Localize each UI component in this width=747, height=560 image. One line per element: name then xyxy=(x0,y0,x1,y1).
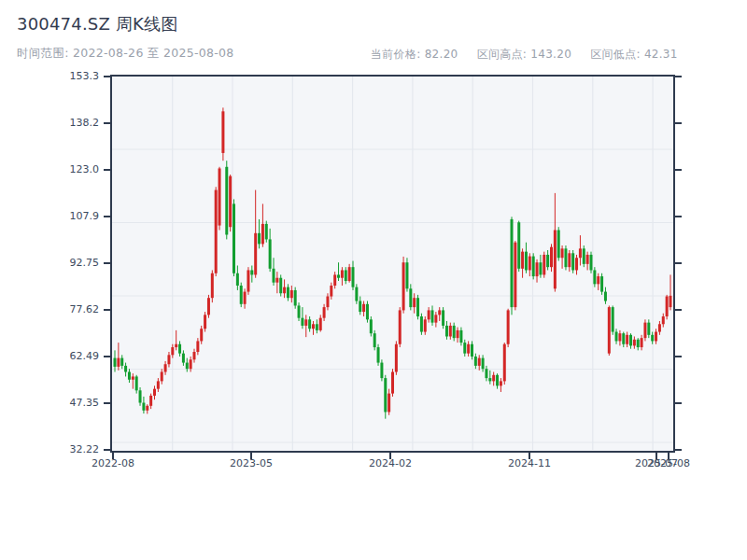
y-axis-tick-right xyxy=(675,449,682,451)
candle-body xyxy=(167,355,170,364)
candlestick-canvas xyxy=(112,77,673,450)
y-axis-label: 47.35 xyxy=(37,397,99,409)
candle-body xyxy=(626,335,628,344)
candle-body xyxy=(182,354,185,363)
y-axis-tick xyxy=(104,76,110,77)
candle-body xyxy=(384,378,387,412)
candle-body xyxy=(488,378,491,381)
candle-body xyxy=(575,258,578,270)
current-price-stat: 当前价格: 82.20 xyxy=(371,48,458,61)
candle-body xyxy=(641,338,643,347)
candle-body xyxy=(420,316,423,332)
candle-body xyxy=(600,276,603,292)
candle-body xyxy=(377,347,380,363)
candle-body xyxy=(409,288,412,307)
candle-body xyxy=(622,333,625,344)
candle-body xyxy=(597,276,599,284)
candle-body xyxy=(579,248,582,258)
candle-body xyxy=(359,301,361,313)
candle-body xyxy=(457,330,459,338)
candle-body xyxy=(279,278,282,294)
candle-body xyxy=(561,248,564,258)
candle-body xyxy=(164,364,167,371)
candle-body xyxy=(352,267,355,287)
candle-body xyxy=(190,359,192,369)
candle-body xyxy=(474,357,477,366)
candle-body xyxy=(146,406,148,411)
candle-body xyxy=(215,190,218,273)
y-axis-label: 32.22 xyxy=(37,443,99,455)
candle-body xyxy=(511,219,514,307)
candle-body xyxy=(221,111,224,153)
candle-body xyxy=(571,253,574,270)
candle-body xyxy=(135,376,138,390)
candle-body xyxy=(366,304,369,320)
candle-body xyxy=(647,323,650,335)
y-axis-tick-right xyxy=(675,262,682,264)
candle-body xyxy=(669,296,672,307)
candle-body xyxy=(633,340,636,346)
candle-body xyxy=(316,324,318,330)
y-axis-tick-right xyxy=(675,216,682,217)
candle-body xyxy=(434,315,437,322)
y-axis-label: 77.62 xyxy=(37,303,99,315)
candle-body xyxy=(186,363,189,370)
candle-body xyxy=(402,262,405,310)
y-axis-label: 123.0 xyxy=(37,163,99,175)
candle-body xyxy=(240,286,243,304)
y-axis-tick-right xyxy=(675,402,682,404)
candle-body xyxy=(503,344,506,382)
candle-body xyxy=(374,333,376,347)
candle-body xyxy=(200,329,203,341)
candle-body xyxy=(196,341,199,352)
kline-chart-page: 300474.SZ 周K线图 时间范围: 2022-08-26 至 2025-0… xyxy=(0,0,747,560)
candle-body xyxy=(536,262,539,276)
page-title: 300474.SZ 周K线图 xyxy=(17,13,178,35)
candle-body xyxy=(290,290,293,298)
candle-body xyxy=(554,231,557,289)
candle-body xyxy=(482,358,485,370)
candle-body xyxy=(250,270,253,274)
candle-body xyxy=(388,394,390,413)
candle-body xyxy=(298,305,301,317)
candle-body xyxy=(362,304,365,312)
candle-body xyxy=(532,257,535,276)
candle-body xyxy=(618,333,621,341)
candle-body xyxy=(428,310,430,319)
candle-body xyxy=(507,310,510,343)
y-axis-tick xyxy=(104,309,110,311)
y-axis-tick xyxy=(104,449,110,451)
x-axis-label: 2022-08 xyxy=(82,457,144,469)
candle-body xyxy=(142,403,145,411)
candle-body xyxy=(132,376,134,379)
candle-body xyxy=(261,224,264,244)
candle-body xyxy=(586,255,589,264)
candle-body xyxy=(301,318,303,326)
candle-body xyxy=(345,270,347,281)
candle-body xyxy=(337,274,340,277)
candle-body xyxy=(655,332,657,342)
candle-body xyxy=(312,324,315,329)
time-range-label: 时间范围: 2022-08-26 至 2025-08-08 xyxy=(17,46,234,62)
candle-body xyxy=(114,358,117,367)
y-axis-label: 138.2 xyxy=(37,117,99,129)
candle-body xyxy=(467,344,470,354)
y-axis-tick xyxy=(104,216,110,217)
candle-body xyxy=(445,326,448,337)
candle-body xyxy=(416,298,419,316)
candle-body xyxy=(413,298,416,307)
candle-body xyxy=(612,307,614,331)
candle-body xyxy=(459,330,462,343)
y-axis-tick xyxy=(104,356,110,357)
candle-body xyxy=(233,203,235,273)
candle-body xyxy=(543,255,545,274)
candle-body xyxy=(492,375,495,382)
candle-body xyxy=(273,269,275,283)
candle-body xyxy=(193,352,196,359)
candle-body xyxy=(171,347,174,355)
y-axis-tick-right xyxy=(675,76,682,77)
candle-body xyxy=(590,255,593,271)
y-axis-tick-right xyxy=(675,309,682,311)
candle-body xyxy=(500,381,502,385)
candle-body xyxy=(525,252,528,271)
